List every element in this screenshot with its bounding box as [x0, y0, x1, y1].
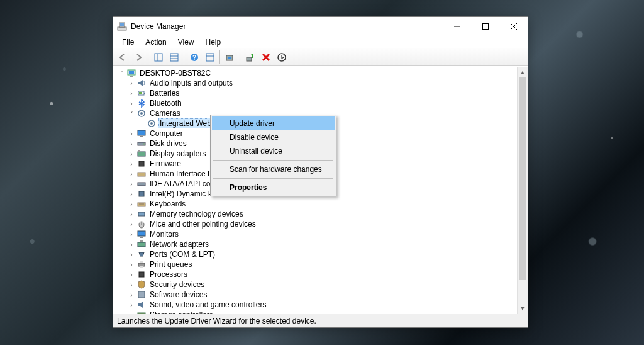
- svg-rect-38: [139, 161, 144, 166]
- svg-text:?: ?: [192, 54, 196, 61]
- tree-node-storage[interactable]: › Storage controllers: [116, 310, 517, 314]
- tree-node-printq[interactable]: › Print queues: [116, 259, 517, 269]
- memory-icon: [136, 209, 147, 219]
- chevron-right-icon[interactable]: ›: [127, 220, 136, 229]
- tree-root[interactable]: ˅ DESKTOP-0BST82C: [116, 68, 517, 78]
- app-icon: [117, 21, 127, 31]
- scan-hardware-button[interactable]: [223, 50, 237, 64]
- tree-node-network[interactable]: › Network adapters: [116, 239, 517, 249]
- tree-node-monitors[interactable]: › Monitors: [116, 229, 517, 239]
- svg-rect-48: [138, 212, 145, 216]
- toolbar-separator: [184, 50, 184, 64]
- tree-node-sound[interactable]: › Sound, video and game controllers: [116, 300, 517, 310]
- chevron-right-icon[interactable]: ›: [127, 149, 136, 158]
- scroll-up-button[interactable]: ▲: [518, 67, 528, 77]
- svg-rect-7: [155, 54, 162, 61]
- scroll-thumb[interactable]: [519, 77, 526, 280]
- chip-icon: [136, 269, 147, 280]
- chevron-right-icon[interactable]: ›: [127, 99, 136, 108]
- context-menu: Update driver Disable device Uninstall d…: [210, 115, 336, 196]
- ctx-update-driver[interactable]: Update driver: [212, 116, 335, 130]
- chevron-right-icon[interactable]: ›: [127, 310, 136, 314]
- scroll-track[interactable]: [518, 77, 528, 303]
- chevron-right-icon[interactable]: ›: [127, 300, 136, 309]
- maximize-button[interactable]: [471, 18, 499, 36]
- svg-rect-56: [140, 261, 143, 263]
- chevron-right-icon[interactable]: ›: [127, 169, 136, 178]
- chevron-right-icon[interactable]: ›: [127, 250, 136, 259]
- svg-rect-59: [138, 291, 145, 298]
- show-hide-tree-button[interactable]: [151, 50, 165, 64]
- chevron-right-icon[interactable]: ›: [127, 230, 136, 239]
- help-button[interactable]: ?: [187, 50, 201, 64]
- ctx-scan-hardware[interactable]: Scan for hardware changes: [212, 162, 335, 176]
- chevron-right-icon[interactable]: ›: [127, 159, 136, 168]
- vertical-scrollbar[interactable]: ▲ ▼: [517, 67, 528, 314]
- status-text: Launches the Update Driver Wizard for th…: [117, 317, 316, 325]
- chevron-right-icon[interactable]: ›: [127, 270, 136, 279]
- chevron-right-icon[interactable]: ›: [127, 240, 136, 249]
- device-tree[interactable]: ˅ DESKTOP-0BST82C › Audio inputs and out…: [113, 67, 517, 314]
- tree-node-memory[interactable]: › Memory technology devices: [116, 209, 517, 219]
- node-label: Batteries: [148, 89, 180, 98]
- chevron-right-icon[interactable]: ›: [127, 129, 136, 138]
- menu-help[interactable]: Help: [201, 37, 226, 48]
- svg-rect-52: [140, 237, 143, 238]
- titlebar[interactable]: Device Manager: [113, 17, 528, 36]
- chevron-down-icon[interactable]: ˅: [117, 69, 126, 77]
- chevron-right-icon[interactable]: ›: [127, 280, 136, 289]
- tree-node-mice[interactable]: › Mice and other pointing devices: [116, 219, 517, 229]
- chevron-right-icon[interactable]: ›: [127, 200, 136, 208]
- chevron-right-icon[interactable]: ›: [127, 210, 136, 218]
- toolbar-separator: [219, 50, 220, 64]
- tree-node-audio[interactable]: › Audio inputs and outputs: [116, 78, 517, 88]
- menu-file[interactable]: File: [117, 37, 139, 48]
- svg-rect-44: [138, 183, 145, 186]
- forward-button[interactable]: [131, 50, 145, 64]
- node-label: Display adapters: [148, 149, 207, 158]
- update-driver-toolbar-button[interactable]: [243, 50, 257, 64]
- svg-rect-58: [139, 272, 144, 277]
- properties-button[interactable]: [203, 50, 217, 64]
- tree-node-batteries[interactable]: › Batteries: [116, 88, 517, 98]
- ctx-disable-device[interactable]: Disable device: [212, 130, 335, 144]
- tree-node-ports[interactable]: › Ports (COM & LPT): [116, 249, 517, 259]
- chevron-right-icon[interactable]: ›: [127, 260, 136, 269]
- chevron-right-icon[interactable]: ›: [127, 189, 136, 198]
- chevron-right-icon[interactable]: ›: [127, 79, 136, 88]
- node-label: Network adapters: [148, 240, 210, 249]
- audio-icon: [136, 78, 147, 88]
- tree-node-software[interactable]: › Software devices: [116, 290, 517, 300]
- svg-rect-37: [138, 150, 140, 152]
- view-button[interactable]: [167, 50, 181, 64]
- tree-node-security[interactable]: › Security devices: [116, 280, 517, 290]
- uninstall-toolbar-button[interactable]: [258, 50, 273, 64]
- ctx-uninstall-device[interactable]: Uninstall device: [212, 144, 335, 158]
- close-button[interactable]: [499, 18, 528, 36]
- tree-node-bluetooth[interactable]: › Bluetooth: [116, 98, 517, 108]
- chevron-right-icon[interactable]: ›: [127, 290, 136, 299]
- chevron-right-icon[interactable]: ›: [127, 179, 136, 188]
- svg-rect-24: [130, 76, 133, 77]
- svg-rect-0: [118, 27, 126, 30]
- minimize-button[interactable]: [443, 18, 471, 36]
- monitor-icon: [136, 229, 147, 239]
- svg-point-29: [140, 112, 143, 115]
- tree-node-processors[interactable]: › Processors: [116, 269, 517, 280]
- node-label: Computer: [148, 129, 184, 138]
- ide-icon: [136, 179, 147, 189]
- scroll-down-button[interactable]: ▼: [518, 303, 528, 314]
- bluetooth-icon: [136, 98, 147, 108]
- chevron-right-icon[interactable]: ›: [127, 89, 136, 98]
- chevron-down-icon[interactable]: ˅: [127, 109, 136, 118]
- tree-node-keyboards[interactable]: › Keyboards: [116, 199, 517, 209]
- disable-toolbar-button[interactable]: [274, 50, 289, 64]
- node-label: Sound, video and game controllers: [148, 300, 267, 309]
- chevron-right-icon[interactable]: ›: [127, 139, 136, 148]
- ctx-properties[interactable]: Properties: [212, 181, 335, 195]
- menu-action[interactable]: Action: [140, 37, 171, 48]
- node-label: Bluetooth: [148, 99, 183, 108]
- menu-view[interactable]: View: [173, 37, 199, 48]
- back-button[interactable]: [115, 50, 130, 64]
- node-label: Audio inputs and outputs: [148, 79, 234, 88]
